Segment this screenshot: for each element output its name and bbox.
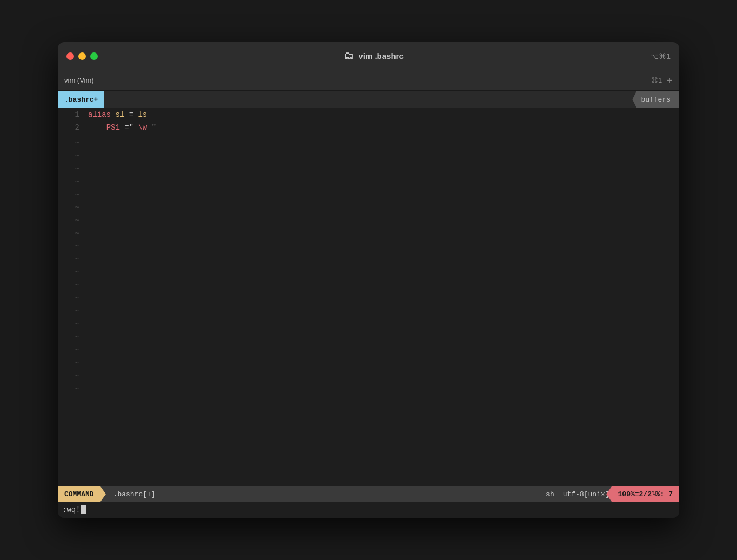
editor[interactable]: 1 alias sl = ls 2 PS1 =" \w " bbox=[58, 108, 679, 486]
tilde-13: ~ bbox=[58, 292, 679, 305]
tab-label: vim (Vim) bbox=[64, 76, 94, 84]
buffer-area: .bashrc+ buffers bbox=[58, 91, 679, 108]
tilde-17: ~ bbox=[58, 344, 679, 357]
status-encoding: utf-8[unix] bbox=[561, 490, 612, 498]
token-sl: sl bbox=[115, 110, 124, 119]
buffers-button[interactable]: buffers bbox=[632, 91, 679, 108]
tilde-10: ~ bbox=[58, 253, 679, 266]
tab-shortcut: ⌘1 bbox=[651, 76, 662, 84]
line-number-2: 2 bbox=[62, 123, 79, 132]
line-number-1: 1 bbox=[62, 110, 79, 119]
cursor bbox=[81, 505, 86, 514]
token-ps1: PS1 bbox=[106, 123, 120, 132]
status-lang: sh bbox=[539, 490, 561, 498]
tilde-14: ~ bbox=[58, 305, 679, 318]
minimize-button[interactable] bbox=[78, 52, 86, 60]
add-tab-button[interactable]: + bbox=[666, 75, 673, 86]
code-line-1: 1 alias sl = ls bbox=[58, 110, 679, 123]
cmdline-text: :wq! bbox=[62, 505, 81, 514]
tilde-15: ~ bbox=[58, 318, 679, 331]
tilde-20: ~ bbox=[58, 383, 679, 396]
tabbar: vim (Vim) ⌘1 + bbox=[58, 70, 679, 91]
tilde-1: ~ bbox=[58, 136, 679, 149]
status-file: .bashrc[+] bbox=[100, 490, 164, 498]
code-line-2: 2 PS1 =" \w " bbox=[58, 123, 679, 136]
titlebar-shortcut: ⌥⌘1 bbox=[650, 52, 671, 61]
editor-content: 1 alias sl = ls 2 PS1 =" \w " bbox=[58, 110, 679, 484]
cmdline[interactable]: :wq! bbox=[58, 502, 679, 518]
window-title: vim .bashrc bbox=[358, 51, 403, 61]
folder-icon: 🗂 bbox=[344, 50, 354, 62]
tilde-3: ~ bbox=[58, 162, 679, 175]
token-ls: ls bbox=[138, 110, 147, 119]
titlebar: 🗂 vim .bashrc ⌥⌘1 bbox=[58, 42, 679, 70]
token-alias: alias bbox=[88, 110, 111, 119]
line-content-2: PS1 =" \w " bbox=[88, 123, 156, 132]
tilde-19: ~ bbox=[58, 370, 679, 383]
tilde-18: ~ bbox=[58, 357, 679, 370]
traffic-lights bbox=[66, 52, 98, 60]
line-content-1: alias sl = ls bbox=[88, 110, 147, 119]
tilde-8: ~ bbox=[58, 227, 679, 240]
tilde-7: ~ bbox=[58, 214, 679, 227]
token-indent bbox=[88, 123, 102, 132]
tilde-11: ~ bbox=[58, 266, 679, 279]
statusbar: COMMAND .bashrc[+] sh utf-8[unix] 100%≡2… bbox=[58, 486, 679, 502]
tilde-9: ~ bbox=[58, 240, 679, 253]
token-eq: = bbox=[129, 110, 133, 119]
maximize-button[interactable] bbox=[90, 52, 98, 60]
tabbar-right: ⌘1 + bbox=[651, 75, 673, 86]
tilde-4: ~ bbox=[58, 175, 679, 188]
status-mode: COMMAND bbox=[58, 486, 100, 502]
tilde-12: ~ bbox=[58, 279, 679, 292]
token-backslash-w: \w bbox=[138, 123, 147, 132]
titlebar-center: 🗂 vim .bashrc bbox=[344, 50, 403, 62]
close-button[interactable] bbox=[66, 52, 74, 60]
vim-window: 🗂 vim .bashrc ⌥⌘1 vim (Vim) ⌘1 + .bashrc… bbox=[58, 42, 679, 518]
token-assign: =" bbox=[124, 123, 133, 132]
tilde-2: ~ bbox=[58, 149, 679, 162]
tilde-5: ~ bbox=[58, 188, 679, 201]
status-position: 100%≡2/2ℕ%: 7 bbox=[612, 486, 679, 502]
buffer-tab[interactable]: .bashrc+ bbox=[58, 91, 104, 108]
tilde-16: ~ bbox=[58, 331, 679, 344]
tilde-6: ~ bbox=[58, 201, 679, 214]
token-space-quote: " bbox=[152, 123, 156, 132]
